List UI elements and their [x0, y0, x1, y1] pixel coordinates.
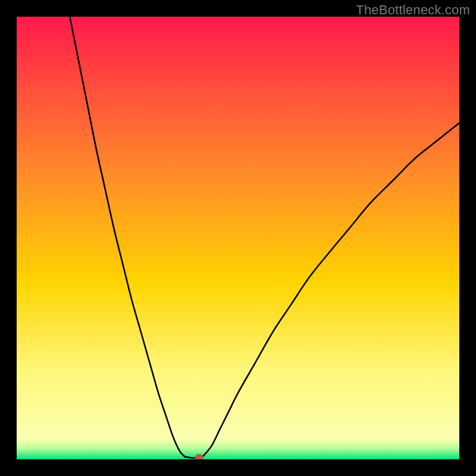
chart-frame	[17, 17, 459, 459]
watermark-text: TheBottleneck.com	[356, 2, 470, 18]
bottleneck-chart	[17, 17, 459, 459]
